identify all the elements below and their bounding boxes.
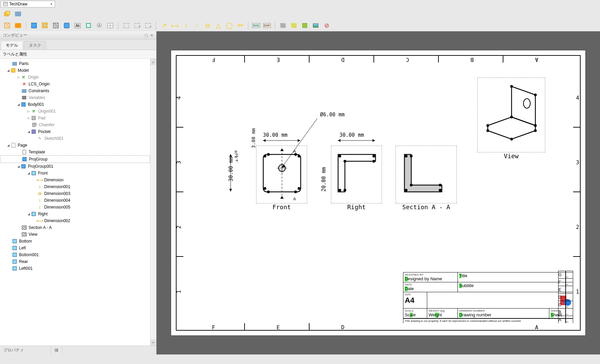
svg-rect-5	[45, 26, 47, 28]
tree-sketch001[interactable]: ✎Sketch001	[0, 135, 150, 142]
tb-drawno[interactable]: Drawing number	[459, 312, 548, 317]
tree-bottom[interactable]: Bottom	[0, 238, 150, 245]
tree-page[interactable]: ◢Page	[0, 142, 150, 149]
tree-origin[interactable]: ▷⤱Origin	[0, 74, 150, 81]
tb-subtitle[interactable]: Subtitle	[459, 283, 572, 288]
model-tree[interactable]: Parts ◢Model ▷⤱Origin ⤱LCS_Origin Constr…	[0, 59, 150, 346]
page-new-icon[interactable]	[3, 21, 12, 30]
tree-view[interactable]: View	[0, 231, 150, 238]
tb-designed-by[interactable]: DDesigned by Nameesigned by Name	[405, 276, 456, 281]
dim-angle3pt-icon[interactable]: ◯	[225, 21, 234, 30]
tree-dimension004[interactable]: ↕Dimension004	[0, 197, 150, 204]
tree-rear[interactable]: Rear	[0, 258, 150, 265]
tb-scale[interactable]: Scale	[405, 312, 426, 317]
workbench-selector[interactable]: TechDraw ▼	[1, 1, 55, 7]
tree-origin001[interactable]: ▷⤱Origin001	[0, 108, 150, 115]
scroll-up-icon[interactable]: ▴	[150, 59, 156, 65]
insert-detail-icon[interactable]	[62, 21, 71, 30]
dim-radius-icon[interactable]: ⟋	[192, 21, 201, 30]
tree-dimension003[interactable]: ⊖Dimension003	[0, 190, 150, 197]
col-label: F	[212, 56, 215, 63]
annotation-icon[interactable]: Ab	[73, 21, 82, 30]
clip-add-icon[interactable]: +	[133, 21, 141, 30]
clip-group-icon[interactable]	[122, 21, 131, 30]
view-label-section: Section A - A	[402, 203, 450, 211]
tree-chamfer[interactable]: Chamfer	[0, 121, 150, 128]
draft-view-icon[interactable]	[84, 21, 93, 30]
dim-angle-icon[interactable]: △	[214, 21, 223, 30]
property-header: プロパティ 値	[0, 346, 156, 354]
insert-multiview-icon[interactable]	[40, 21, 49, 30]
labels-header: ラベルと属性	[0, 50, 156, 59]
col-label: D	[341, 324, 345, 331]
toggle-frame-icon[interactable]: ⊘	[322, 21, 331, 30]
dim-dia: Ø6.00 mm	[320, 112, 345, 118]
tree-parts[interactable]: Parts	[0, 60, 150, 67]
tree-right[interactable]: ◢Right	[0, 211, 150, 217]
tree-body001[interactable]: ◢Body001	[0, 101, 150, 108]
insert-view-icon[interactable]	[30, 21, 38, 30]
view-right[interactable]: Right	[331, 146, 382, 203]
view-label-right: Right	[347, 203, 366, 211]
image-icon[interactable]	[311, 21, 320, 30]
dim-length-icon[interactable]: ↗	[160, 21, 168, 30]
export-svg-icon[interactable]: SVG	[252, 21, 261, 30]
view-iso[interactable]: View	[477, 78, 545, 152]
prop-col-property: プロパティ	[0, 346, 51, 354]
tree-dimension005[interactable]: ↕Dimension005	[0, 204, 150, 211]
hatch-geom-icon[interactable]	[289, 21, 298, 30]
arch-view-icon[interactable]: Ⓐ	[95, 21, 104, 30]
dim-horizontal-icon[interactable]: ⟷	[170, 21, 179, 30]
dim-vertical-icon[interactable]: ↕	[181, 21, 190, 30]
spreadsheet-icon[interactable]	[106, 21, 115, 30]
tree-projgroup[interactable]: ProjGroup	[0, 155, 150, 163]
tab-model[interactable]: モデル	[1, 41, 23, 50]
tree-dimension002[interactable]: ⟷Dimension002	[0, 217, 150, 224]
insert-section-icon[interactable]	[51, 21, 60, 30]
tree-pocket[interactable]: ◢Pocket	[0, 128, 150, 135]
tree-constraints[interactable]: Constraints	[0, 87, 150, 94]
dim-link-icon[interactable]: ⚯	[236, 21, 245, 30]
tree-template[interactable]: Template	[0, 149, 150, 155]
tree-left001[interactable]: Left001	[0, 265, 150, 272]
tree-left[interactable]: Left	[0, 245, 150, 251]
hatch-icon[interactable]	[279, 21, 287, 30]
svg-point-44	[534, 94, 537, 96]
symbol-icon[interactable]	[300, 21, 309, 30]
tb-weight[interactable]: Weight	[429, 312, 456, 317]
svg-point-31	[344, 189, 346, 192]
techdraw-icon	[3, 2, 8, 6]
tree-model[interactable]: ◢Model	[0, 67, 150, 74]
tree-projgroup001[interactable]: ◢ProjGroup001	[0, 163, 150, 170]
toolbar-1	[0, 8, 600, 20]
tree-scrollbar[interactable]: ▴ ▾	[150, 59, 156, 346]
new-part-icon[interactable]	[3, 10, 12, 18]
dim-diameter-icon[interactable]: ⊖	[203, 21, 212, 30]
svg-line-26	[282, 118, 317, 168]
tab-task[interactable]: タスク	[24, 41, 46, 50]
scroll-down-icon[interactable]: ▾	[150, 340, 156, 346]
tb-title[interactable]: Title	[459, 273, 572, 278]
tree-pad[interactable]: ▷Pad	[0, 115, 150, 121]
svg-point-39	[405, 189, 407, 192]
tree-section-aa[interactable]: Section A - A	[0, 224, 150, 231]
tree-dimension[interactable]: ⟷Dimension	[0, 177, 150, 183]
tb-size-lbl: SIZE	[405, 293, 426, 296]
svg-point-43	[534, 124, 537, 127]
tree-front[interactable]: ◢Front	[0, 170, 150, 177]
svg-point-19	[267, 191, 270, 193]
panel-close-icon[interactable]: ✕	[150, 33, 153, 38]
tree-dimension001[interactable]: ↕Dimension001	[0, 183, 150, 190]
folder-icon[interactable]	[14, 10, 22, 18]
export-dxf-icon[interactable]: DXF	[263, 21, 271, 30]
clip-remove-icon[interactable]: −	[144, 21, 152, 30]
tb-date[interactable]: Date	[405, 286, 456, 291]
page-open-icon[interactable]	[14, 21, 22, 30]
drawing-canvas[interactable]: F E D C B A F E D A 4 3 2 1 4 3 2 1	[156, 31, 600, 354]
panel-tabs: モデル タスク	[0, 39, 156, 50]
tree-bottom001[interactable]: Bottom001	[0, 251, 150, 258]
view-section[interactable]: Section A - A	[396, 146, 457, 203]
tree-variables[interactable]: Variables	[0, 94, 150, 101]
tree-lcs-origin[interactable]: ⤱LCS_Origin	[0, 81, 150, 87]
panel-float-icon[interactable]: ◻	[145, 33, 148, 38]
